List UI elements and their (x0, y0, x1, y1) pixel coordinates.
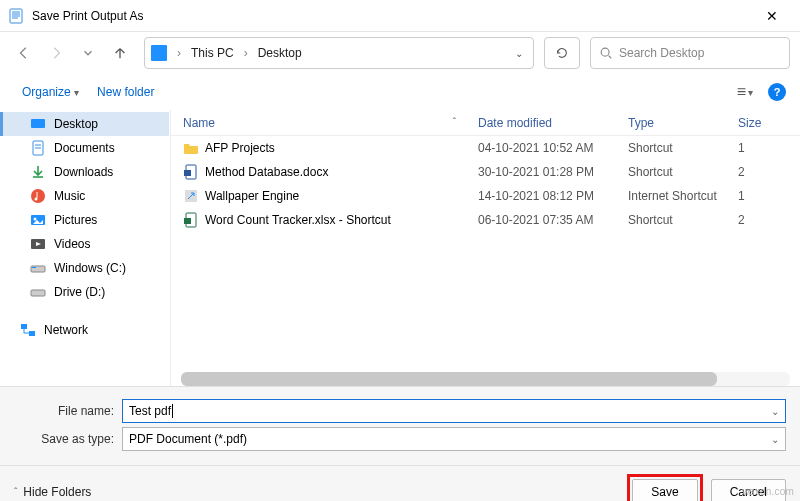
tree-label: Pictures (54, 213, 97, 227)
drive-icon (30, 260, 46, 276)
save-button[interactable]: Save (632, 479, 697, 501)
tree-item-downloads[interactable]: Downloads (0, 160, 169, 184)
svg-rect-19 (31, 290, 45, 296)
toolbar: Organize ▾ New folder ≡▾ ? (0, 74, 800, 110)
help-button[interactable]: ? (768, 83, 786, 101)
file-row[interactable]: AFP Projects 04-10-2021 10:52 AM Shortcu… (171, 136, 800, 160)
tree-label: Documents (54, 141, 115, 155)
tree-item-drive-c[interactable]: Windows (C:) (0, 256, 169, 280)
tree-label: Desktop (54, 117, 98, 131)
file-list-area: Nameˆ Date modified Type Size AFP Projec… (170, 110, 800, 386)
search-icon (599, 46, 613, 60)
tree-item-drive-d[interactable]: Drive (D:) (0, 280, 169, 304)
address-bar[interactable]: › This PC › Desktop ⌄ (144, 37, 534, 69)
footer: ˆ Hide Folders Save Cancel (0, 465, 800, 501)
svg-rect-23 (184, 170, 191, 176)
downloads-icon (30, 164, 46, 180)
organize-menu[interactable]: Organize ▾ (14, 81, 87, 103)
chevron-down-icon[interactable]: ⌄ (771, 434, 779, 445)
tree-item-music[interactable]: Music (0, 184, 169, 208)
drive-icon (30, 284, 46, 300)
filename-input[interactable]: Test pdf⌄ (122, 399, 786, 423)
nav-bar: › This PC › Desktop ⌄ Search Desktop (0, 32, 800, 74)
xlsx-icon (183, 212, 199, 228)
svg-point-12 (31, 189, 45, 203)
back-button[interactable] (10, 39, 38, 67)
chevron-up-icon: ˆ (14, 487, 17, 498)
svg-rect-18 (32, 267, 36, 268)
watermark: wsxdn.com (742, 486, 794, 497)
window-title: Save Print Output As (32, 9, 752, 23)
tree-item-pictures[interactable]: Pictures (0, 208, 169, 232)
svg-rect-17 (31, 266, 45, 272)
forward-button[interactable] (42, 39, 70, 67)
tree-label: Music (54, 189, 85, 203)
videos-icon (30, 236, 46, 252)
search-input[interactable]: Search Desktop (590, 37, 790, 69)
file-list-header: Nameˆ Date modified Type Size (171, 110, 800, 136)
network-icon (20, 322, 36, 338)
file-row[interactable]: Method Database.docx 30-10-2021 01:28 PM… (171, 160, 800, 184)
title-bar: Save Print Output As ✕ (0, 0, 800, 32)
filename-label: File name: (14, 404, 122, 418)
docx-icon (183, 164, 199, 180)
chevron-right-icon: › (177, 46, 181, 60)
svg-point-13 (35, 198, 38, 201)
tree-item-documents[interactable]: Documents (0, 136, 169, 160)
content-area: Desktop Documents Downloads Music Pictur… (0, 110, 800, 386)
savetype-label: Save as type: (14, 432, 122, 446)
music-icon (30, 188, 46, 204)
new-folder-button[interactable]: New folder (89, 81, 162, 103)
column-header-type[interactable]: Type (616, 110, 726, 135)
search-placeholder: Search Desktop (619, 46, 704, 60)
tree-item-videos[interactable]: Videos (0, 232, 169, 256)
tree-label: Drive (D:) (54, 285, 105, 299)
tree-label: Downloads (54, 165, 113, 179)
address-dropdown-icon[interactable]: ⌄ (511, 48, 527, 59)
nav-tree: Desktop Documents Downloads Music Pictur… (0, 110, 170, 386)
tree-item-network[interactable]: Network (0, 318, 169, 342)
horizontal-scrollbar[interactable] (181, 372, 790, 386)
file-row[interactable]: Wallpaper Engine 14-10-2021 08:12 PM Int… (171, 184, 800, 208)
scrollbar-thumb[interactable] (181, 372, 717, 386)
breadcrumb-pc[interactable]: This PC (191, 46, 234, 60)
tree-item-desktop[interactable]: Desktop (0, 112, 169, 136)
shortcut-icon (183, 188, 199, 204)
tree-label: Videos (54, 237, 90, 251)
highlight-annotation: Save (627, 474, 702, 501)
hide-folders-toggle[interactable]: ˆ Hide Folders (14, 485, 91, 499)
svg-point-5 (601, 48, 609, 56)
desktop-icon (30, 116, 46, 132)
view-options-button[interactable]: ≡▾ (730, 78, 760, 106)
this-pc-icon (151, 45, 167, 61)
breadcrumb-location[interactable]: Desktop (258, 46, 302, 60)
folder-icon (183, 140, 199, 156)
recent-dropdown[interactable] (74, 39, 102, 67)
form-area: File name: Test pdf⌄ Save as type: PDF D… (0, 386, 800, 465)
column-header-date[interactable]: Date modified (466, 110, 616, 135)
documents-icon (30, 140, 46, 156)
svg-line-6 (609, 56, 612, 59)
svg-rect-7 (31, 119, 45, 128)
up-button[interactable] (106, 39, 134, 67)
chevron-right-icon: › (244, 46, 248, 60)
column-header-size[interactable]: Size (726, 110, 800, 135)
svg-rect-20 (21, 324, 27, 329)
svg-rect-21 (29, 331, 35, 336)
file-row[interactable]: Word Count Tracker.xlsx - Shortcut 06-10… (171, 208, 800, 232)
tree-label: Network (44, 323, 88, 337)
column-header-name[interactable]: Nameˆ (171, 110, 466, 135)
pictures-icon (30, 212, 46, 228)
svg-rect-26 (184, 218, 191, 224)
app-icon (8, 8, 24, 24)
svg-point-15 (34, 218, 37, 221)
chevron-down-icon[interactable]: ⌄ (771, 406, 779, 417)
tree-label: Windows (C:) (54, 261, 126, 275)
refresh-button[interactable] (544, 37, 580, 69)
savetype-select[interactable]: PDF Document (*.pdf)⌄ (122, 427, 786, 451)
close-button[interactable]: ✕ (752, 8, 792, 24)
